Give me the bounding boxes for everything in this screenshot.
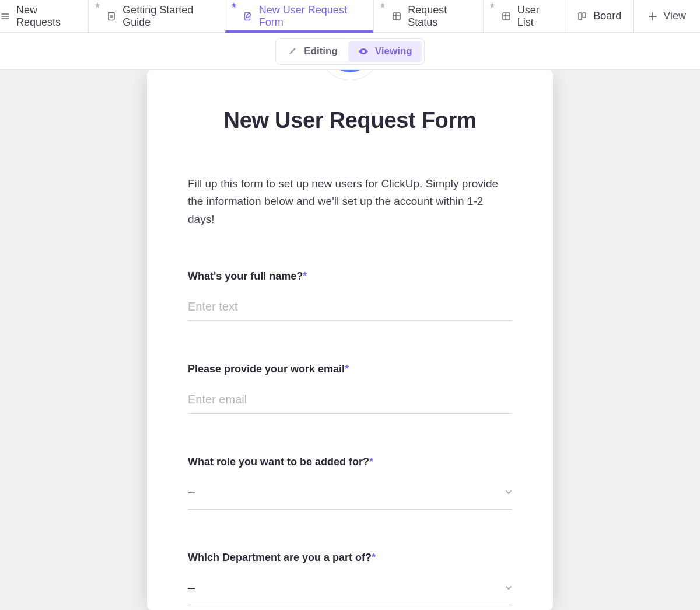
field-role: What role you want to be added for?* – xyxy=(188,456,512,510)
add-view-label: View xyxy=(663,10,686,22)
field-label: What's your full name?* xyxy=(188,270,512,283)
field-department: Which Department are you a part of?* – xyxy=(188,552,512,605)
tabs-bar: New Requests Getting Started Guide New U… xyxy=(0,0,700,33)
board-icon xyxy=(577,11,587,22)
svg-rect-0 xyxy=(108,12,114,20)
pin-icon xyxy=(380,2,386,8)
pin-icon xyxy=(489,2,495,8)
svg-rect-3 xyxy=(503,13,510,20)
work-email-input[interactable] xyxy=(188,386,512,414)
mode-toggle: Editing Viewing xyxy=(275,38,425,65)
field-label: Please provide your work email* xyxy=(188,363,512,375)
table-icon xyxy=(391,11,402,22)
eye-icon xyxy=(358,46,369,57)
pencil-icon xyxy=(288,46,298,57)
tab-new-user-request-form[interactable]: New User Request Form xyxy=(225,0,374,32)
tab-label: Request Status xyxy=(408,4,471,29)
editing-label: Editing xyxy=(304,46,338,57)
select-value: – xyxy=(188,580,195,595)
plus-icon xyxy=(648,12,657,21)
field-full-name: What's your full name?* xyxy=(188,270,512,321)
svg-point-6 xyxy=(362,50,365,53)
svg-rect-2 xyxy=(393,13,400,20)
tab-getting-started[interactable]: Getting Started Guide xyxy=(89,0,225,32)
svg-rect-4 xyxy=(579,13,582,20)
doc-icon xyxy=(106,11,117,22)
form-title: New User Request Form xyxy=(147,108,553,133)
tab-user-list[interactable]: User List xyxy=(484,0,566,32)
field-label: What role you want to be added for?* xyxy=(188,456,512,468)
tab-label: New User Request Form xyxy=(259,4,362,29)
tab-new-requests[interactable]: New Requests xyxy=(0,0,89,32)
form-canvas: New User Request Form Fill up this form … xyxy=(0,70,700,610)
tab-board[interactable]: Board xyxy=(565,0,634,32)
avatar-ring xyxy=(318,70,382,80)
caret-down-icon xyxy=(505,584,512,591)
avatar-container xyxy=(147,70,553,80)
select-value: – xyxy=(188,484,195,500)
tab-label: Board xyxy=(593,10,621,22)
field-work-email: Please provide your work email* xyxy=(188,363,512,414)
tab-label: New Requests xyxy=(16,4,76,29)
list-icon xyxy=(0,11,10,22)
tab-label: User List xyxy=(517,4,554,29)
pin-icon xyxy=(94,2,100,8)
department-select[interactable]: – xyxy=(188,572,512,605)
field-label: Which Department are you a part of?* xyxy=(188,552,512,564)
form-description: Fill up this form to set up new users fo… xyxy=(188,175,512,228)
avatar-icon xyxy=(327,70,373,72)
role-select[interactable]: – xyxy=(188,476,512,510)
editing-button[interactable]: Editing xyxy=(278,41,347,62)
full-name-input[interactable] xyxy=(188,293,512,321)
caret-down-icon xyxy=(505,489,512,496)
tab-label: Getting Started Guide xyxy=(123,4,213,29)
add-view-button[interactable]: View xyxy=(634,0,700,32)
pin-icon xyxy=(231,2,237,8)
form-card: New User Request Form Fill up this form … xyxy=(147,70,553,610)
table-icon xyxy=(501,11,512,22)
mode-bar: Editing Viewing xyxy=(0,33,700,70)
viewing-label: Viewing xyxy=(375,46,412,57)
tab-request-status[interactable]: Request Status xyxy=(374,0,484,32)
form-icon xyxy=(243,11,253,22)
viewing-button[interactable]: Viewing xyxy=(348,41,422,62)
svg-rect-5 xyxy=(583,13,586,18)
